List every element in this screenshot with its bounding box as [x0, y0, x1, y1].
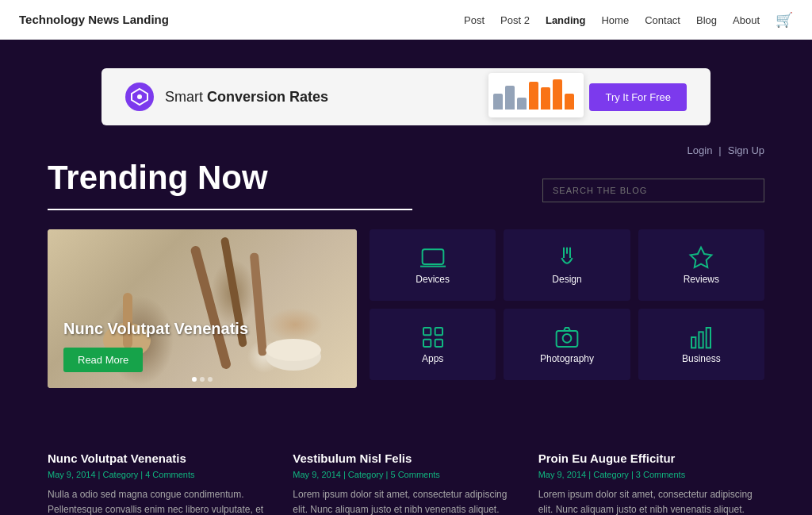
- svg-rect-14: [423, 328, 431, 335]
- login-link[interactable]: Login: [688, 144, 713, 156]
- nav-landing[interactable]: Landing: [546, 14, 586, 26]
- trending-title-block: Trending Now: [48, 159, 268, 196]
- blog-post-2-title: Proin Eu Augue Efficitur: [538, 452, 764, 465]
- auth-row: Login | Sign Up: [0, 138, 812, 159]
- nav-post2[interactable]: Post 2: [500, 14, 530, 26]
- cart-icon[interactable]: 🛒: [776, 12, 793, 28]
- dot-3: [208, 377, 213, 382]
- apps-label: Apps: [422, 353, 443, 364]
- featured-card-content: Nunc Volutpat Venenatis Read More: [63, 320, 248, 372]
- blog-post-0-meta: May 9, 2014 | Category | 4 Comments: [48, 470, 274, 479]
- trending-title: Trending Now: [48, 159, 268, 196]
- navbar: Technology News Landing Post Post 2 Land…: [0, 0, 812, 40]
- nav-links: Post Post 2 Landing Home Contact Blog Ab…: [464, 11, 793, 29]
- photography-label: Photography: [540, 353, 594, 364]
- blog-post-1-meta: May 9, 2014 | Category | 5 Comments: [293, 470, 519, 479]
- dot-1: [192, 377, 197, 382]
- featured-card-title: Nunc Volutpat Venenatis: [63, 320, 248, 338]
- nav-about[interactable]: About: [733, 14, 760, 26]
- trending-divider: [48, 209, 412, 210]
- reviews-label: Reviews: [684, 274, 719, 285]
- svg-point-8: [266, 339, 321, 361]
- blog-post-2-meta: May 9, 2014 | Category | 3 Comments: [538, 470, 764, 479]
- read-more-button[interactable]: Read More: [63, 348, 143, 372]
- svg-point-19: [563, 334, 572, 343]
- svg-rect-20: [691, 337, 695, 348]
- nav-blog[interactable]: Blog: [696, 14, 717, 26]
- try-btn[interactable]: Try It For Free: [589, 83, 687, 111]
- main-content: Trending Now: [0, 159, 812, 515]
- business-label: Business: [682, 353, 721, 364]
- category-reviews[interactable]: Reviews: [638, 229, 764, 301]
- signup-link[interactable]: Sign Up: [728, 144, 764, 156]
- business-icon: [688, 325, 714, 353]
- featured-card: Nunc Volutpat Venenatis Read More: [48, 229, 357, 388]
- design-icon: [554, 245, 580, 274]
- svg-rect-9: [422, 249, 443, 264]
- category-business[interactable]: Business: [638, 309, 764, 380]
- svg-rect-16: [423, 340, 431, 347]
- svg-rect-4: [250, 252, 267, 356]
- blog-post-1-title: Vestibulum Nisl Felis: [293, 452, 519, 465]
- category-photography[interactable]: Photography: [504, 309, 630, 380]
- blog-post-2: Proin Eu Augue Efficitur May 9, 2014 | C…: [538, 452, 764, 515]
- search-input[interactable]: [542, 179, 764, 202]
- banner-logo-icon: [125, 83, 154, 111]
- category-devices[interactable]: Devices: [370, 229, 496, 301]
- blog-post-1: Vestibulum Nisl Felis May 9, 2014 | Cate…: [293, 452, 519, 515]
- design-label: Design: [552, 274, 581, 285]
- banner-dashboard-illustration: [488, 73, 584, 117]
- svg-rect-17: [435, 340, 442, 347]
- nav-contact[interactable]: Contact: [645, 14, 680, 26]
- svg-rect-22: [707, 328, 710, 348]
- svg-marker-13: [691, 248, 712, 267]
- search-block: [542, 171, 764, 202]
- trending-header: Trending Now: [48, 159, 764, 202]
- photography-icon: [554, 325, 580, 353]
- svg-rect-21: [699, 332, 703, 348]
- banner: Smart Conversion Rates Try It For Free: [102, 68, 710, 125]
- brand-name: Technology News Landing: [19, 13, 169, 26]
- banner-text: Smart Conversion Rates: [165, 89, 328, 106]
- blog-post-2-excerpt: Lorem ipsum dolor sit amet, consectetur …: [538, 487, 764, 515]
- reviews-icon: [688, 245, 714, 274]
- auth-separator: |: [718, 144, 721, 156]
- svg-rect-15: [435, 328, 442, 335]
- dot-2: [200, 377, 205, 382]
- category-apps[interactable]: Apps: [370, 309, 496, 380]
- banner-left: Smart Conversion Rates: [125, 83, 328, 111]
- svg-point-1: [137, 94, 142, 99]
- nav-post[interactable]: Post: [464, 14, 485, 26]
- blog-post-1-excerpt: Lorem ipsum dolor sit amet, consectetur …: [293, 487, 519, 515]
- blog-post-0-title: Nunc Volutpat Venenatis: [48, 452, 274, 465]
- blog-post-0: Nunc Volutpat Venenatis May 9, 2014 | Ca…: [48, 452, 274, 515]
- blog-posts-row: Nunc Volutpat Venenatis May 9, 2014 | Ca…: [48, 452, 764, 515]
- devices-label: Devices: [416, 274, 450, 285]
- laptop-icon: [420, 245, 446, 274]
- category-grid: Devices Design: [370, 229, 764, 380]
- featured-row: Nunc Volutpat Venenatis Read More Devic: [48, 229, 764, 388]
- nav-home[interactable]: Home: [601, 14, 629, 26]
- apps-icon: [420, 325, 446, 353]
- blog-post-0-excerpt: Nulla a odio sed magna congue condimentu…: [48, 487, 274, 515]
- card-dots: [192, 377, 213, 382]
- category-design[interactable]: Design: [504, 229, 630, 301]
